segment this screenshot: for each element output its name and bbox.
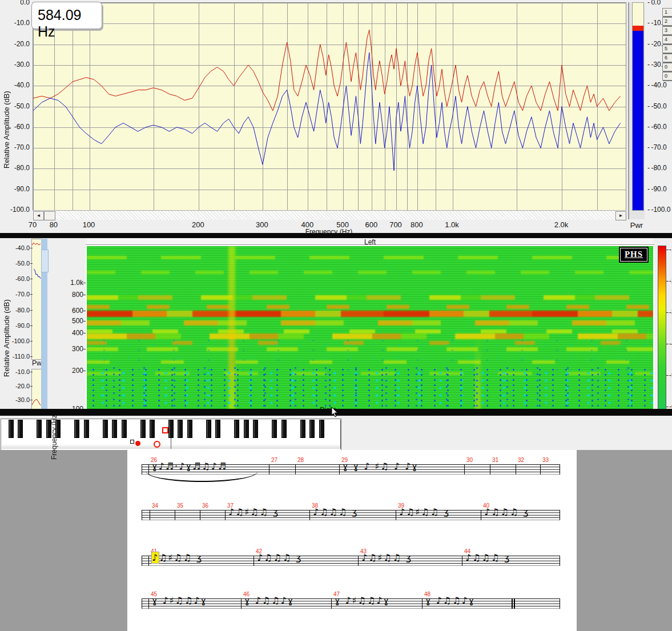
color-scale-bar bbox=[658, 246, 666, 411]
side-button-5[interactable]: 5 bbox=[662, 45, 672, 53]
piano-white-key[interactable] bbox=[331, 420, 341, 449]
scroll-left-button[interactable]: ◄ bbox=[33, 211, 44, 220]
side-button-3[interactable]: 3 bbox=[662, 26, 672, 35]
color-scale-tick-label: -10.0 bbox=[669, 246, 672, 254]
piano-black-key[interactable] bbox=[272, 420, 277, 438]
db-tick-label-right: - -60.0 bbox=[647, 123, 667, 131]
piano-black-key[interactable] bbox=[206, 420, 211, 438]
measure-notes: ♪♫♯♫♫ ʒ bbox=[361, 552, 412, 563]
mini-spectrum-upper bbox=[31, 239, 42, 360]
color-scale-tick-label: -30.0 bbox=[669, 308, 672, 316]
score-barline bbox=[142, 464, 142, 475]
db-tick-label-right: - -70.0 bbox=[647, 143, 667, 151]
piano-black-key[interactable] bbox=[187, 420, 192, 438]
piano-black-key[interactable] bbox=[74, 420, 79, 438]
score-barline bbox=[358, 556, 359, 566]
piano-black-key[interactable] bbox=[18, 420, 23, 438]
piano-black-key[interactable] bbox=[234, 420, 239, 438]
measure-number: 36 bbox=[202, 503, 208, 509]
power-meter-red-segment bbox=[633, 26, 643, 31]
piano-black-key[interactable] bbox=[178, 420, 183, 438]
measure-notes: ɣ ɣ ♪ ♯♫ ♪ ♪ɣ bbox=[343, 461, 419, 472]
db-tick-label-right: - -80.0 bbox=[647, 164, 667, 172]
piano-black-key[interactable] bbox=[37, 420, 42, 438]
scroll-right-button[interactable]: ► bbox=[615, 211, 626, 220]
spectrum-plot-area[interactable] bbox=[33, 2, 626, 211]
side-button-0[interactable]: 0 bbox=[662, 72, 672, 81]
separator-bar-top[interactable] bbox=[0, 233, 672, 238]
piano-black-key[interactable] bbox=[9, 420, 14, 438]
db-tick-label: -20.0 bbox=[2, 40, 30, 48]
piano-black-key[interactable] bbox=[215, 420, 220, 438]
measure-notes: ɣ ♪♫♫♪ɣ bbox=[425, 595, 475, 606]
measure-number: 30 bbox=[466, 457, 473, 463]
score-barline bbox=[481, 510, 481, 520]
side-button-column: 12345600 bbox=[662, 8, 672, 81]
spectrogram-image[interactable] bbox=[87, 246, 653, 409]
measure-notes: ɣ ♪♯♫♫♪ɣ bbox=[152, 595, 207, 606]
piano-marker-red-filled-dot bbox=[135, 441, 140, 446]
mini-panel-scrollbar[interactable] bbox=[41, 239, 47, 409]
piano-black-key[interactable] bbox=[253, 420, 258, 438]
mini-tick-dash bbox=[30, 248, 33, 248]
side-button-2[interactable]: 2 bbox=[662, 17, 672, 26]
measure-notes: ɣ♪♬·♪ɣ♬♫♪♬ bbox=[152, 461, 227, 472]
score-barline bbox=[309, 510, 310, 520]
slur-arc bbox=[146, 472, 257, 482]
mini-db-tick-label: -80.0 bbox=[0, 307, 30, 314]
score-barline bbox=[253, 556, 254, 566]
color-scale-tick-dash bbox=[666, 344, 669, 344]
piano-black-key[interactable] bbox=[309, 420, 315, 438]
score-staff: 34353637♪♫♯♫♫ ʒ38♪♫♫♫ ʒ39♪♫♯♫♫ ʒ40♪♫♫♫ ʒ bbox=[142, 510, 560, 520]
piano-black-key[interactable] bbox=[84, 420, 89, 438]
measure-notes: ♪♫♫♫ ʒ bbox=[484, 507, 530, 517]
mini-db-tick-label: -10.0 bbox=[0, 368, 30, 375]
mini-tick-dash bbox=[30, 386, 33, 387]
power-meter bbox=[628, 2, 645, 219]
mini-db-tick-label: -100.0 bbox=[0, 337, 30, 344]
db-tick-label: -80.0 bbox=[2, 164, 30, 172]
side-button-1[interactable]: 1 bbox=[662, 8, 672, 17]
piano-black-key[interactable] bbox=[300, 420, 305, 438]
mini-panel-scroll-thumb[interactable] bbox=[41, 250, 49, 272]
power-meter-label: Pwr bbox=[628, 221, 645, 230]
score-staff: 26ɣ♪♬·♪ɣ♬♫♪♬272829ɣ ɣ ♪ ♯♫ ♪ ♪ɣ30313233 bbox=[142, 464, 560, 475]
spectrum-h-scrollbar[interactable]: ◄ ► bbox=[33, 210, 626, 220]
mini-db-tick-label: -70.0 bbox=[0, 291, 30, 298]
red-channel-trace bbox=[33, 30, 621, 111]
piano-black-key[interactable] bbox=[46, 420, 51, 438]
piano-black-key[interactable] bbox=[140, 420, 146, 438]
piano-black-key[interactable] bbox=[319, 420, 324, 438]
piano-black-key[interactable] bbox=[103, 420, 108, 438]
piano-black-key[interactable] bbox=[150, 420, 155, 438]
color-scale-tick-dash bbox=[666, 375, 669, 376]
scroll-thumb[interactable] bbox=[44, 211, 55, 220]
highlighted-note[interactable]: ♪ bbox=[152, 552, 159, 563]
score-barline bbox=[396, 510, 396, 520]
mini-tick-dash bbox=[30, 279, 33, 279]
piano-black-key[interactable] bbox=[168, 420, 174, 438]
mini-tick-dash bbox=[30, 310, 33, 311]
piano-black-key[interactable] bbox=[122, 420, 127, 438]
score-barline bbox=[560, 598, 560, 609]
piano-marker-red-open-square bbox=[162, 427, 168, 433]
measure-notes: ♪♫♯♫♫ ʒ bbox=[152, 552, 203, 563]
frequency-tooltip-value: 584.09 Hz bbox=[38, 7, 102, 40]
piano-black-key[interactable] bbox=[244, 420, 249, 438]
score-barline bbox=[150, 510, 150, 520]
db-tick-label: -100.0 bbox=[2, 206, 30, 214]
mini-db-tick-label: -30.0 bbox=[0, 396, 30, 403]
piano-black-key[interactable] bbox=[112, 420, 117, 438]
measure-number: 34 bbox=[152, 503, 158, 509]
score-barline bbox=[422, 598, 422, 609]
score-barline bbox=[148, 598, 149, 609]
side-button-0[interactable]: 0 bbox=[662, 63, 672, 71]
measure-notes: ɣ ♪♯♫♫♪ɣ bbox=[335, 595, 390, 606]
phs-badge: PHS bbox=[620, 248, 647, 262]
piano-marker-black-square-outline bbox=[130, 440, 134, 444]
piano-black-key[interactable] bbox=[281, 420, 287, 438]
side-button-4[interactable]: 4 bbox=[662, 35, 672, 44]
piano-black-key[interactable] bbox=[55, 420, 61, 438]
score-page[interactable]: 26ɣ♪♬·♪ɣ♬♫♪♬272829ɣ ɣ ♪ ♯♫ ♪ ♪ɣ303132333… bbox=[127, 450, 577, 631]
side-button-6[interactable]: 6 bbox=[662, 54, 672, 62]
